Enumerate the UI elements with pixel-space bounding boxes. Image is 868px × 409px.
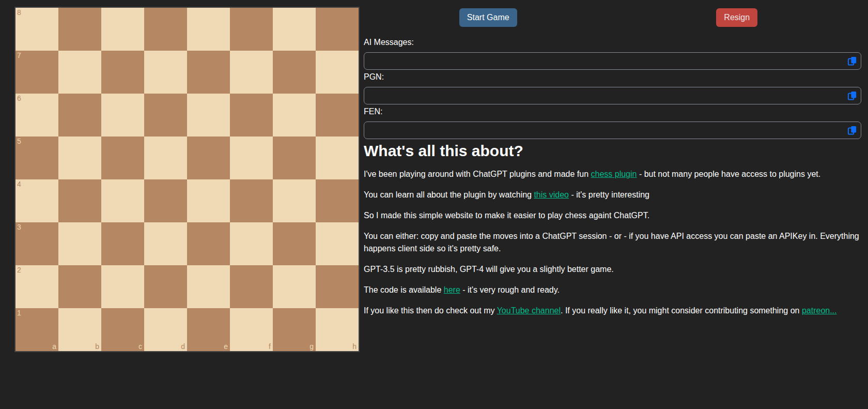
rank-label-7: 7 (17, 52, 21, 59)
square-d7[interactable] (144, 51, 187, 94)
square-e1[interactable]: e (187, 308, 230, 351)
square-c3[interactable] (101, 222, 144, 265)
start-game-button[interactable]: Start Game (459, 8, 517, 27)
here-link[interactable]: here (444, 285, 460, 294)
square-e8[interactable] (187, 8, 230, 51)
square-d5[interactable] (144, 137, 187, 179)
copy-icon (847, 129, 857, 137)
pgn-field (364, 87, 861, 104)
square-f2[interactable] (230, 265, 273, 308)
square-a7[interactable]: 7 (16, 51, 58, 94)
about-paragraph: I've been playing around with ChatGPT pl… (364, 168, 861, 180)
square-c1[interactable]: c (101, 308, 144, 351)
copy-pgn-button[interactable] (846, 90, 858, 102)
square-c2[interactable] (101, 265, 144, 308)
file-label-h: h (352, 343, 357, 350)
square-d3[interactable] (144, 222, 187, 265)
square-a4[interactable]: 4 (16, 179, 58, 222)
square-e7[interactable] (187, 51, 230, 94)
copy-ai-messages-button[interactable] (846, 55, 858, 67)
square-e5[interactable] (187, 137, 230, 179)
square-f3[interactable] (230, 222, 273, 265)
square-h6[interactable] (316, 94, 359, 137)
square-h3[interactable] (316, 222, 359, 265)
about-text: - but not many people have access to plu… (637, 170, 820, 178)
chess-plugin-link[interactable]: chess plugin (591, 170, 637, 178)
square-c6[interactable] (101, 94, 144, 137)
youtube-channel-link[interactable]: YouTube channel (497, 306, 561, 315)
rank-label-6: 6 (17, 95, 21, 102)
square-b5[interactable] (58, 137, 101, 179)
square-d1[interactable]: d (144, 308, 187, 351)
square-b3[interactable] (58, 222, 101, 265)
square-f6[interactable] (230, 94, 273, 137)
about-text: You can learn all about the plugin by wa… (364, 190, 534, 199)
square-d2[interactable] (144, 265, 187, 308)
file-label-c: c (138, 343, 142, 350)
square-h7[interactable] (316, 51, 359, 94)
square-d6[interactable] (144, 94, 187, 137)
square-a6[interactable]: 6 (16, 94, 58, 137)
square-f8[interactable] (230, 8, 273, 51)
square-h4[interactable] (316, 179, 359, 222)
this-video-link[interactable]: this video (534, 190, 569, 199)
square-b7[interactable] (58, 51, 101, 94)
about-text: If you like this then do check out my (364, 306, 497, 315)
resign-cell: Resign (613, 8, 862, 27)
rank-label-3: 3 (17, 223, 21, 231)
square-h2[interactable] (316, 265, 359, 308)
square-f5[interactable] (230, 137, 273, 179)
square-e4[interactable] (187, 179, 230, 222)
square-h1[interactable]: h (316, 308, 359, 351)
fen-field (364, 122, 861, 139)
square-g1[interactable]: g (273, 308, 316, 351)
square-a8[interactable]: 8 (16, 8, 58, 51)
square-b4[interactable] (58, 179, 101, 222)
button-row: Start Game Resign (364, 8, 861, 27)
square-e3[interactable] (187, 222, 230, 265)
square-g4[interactable] (273, 179, 316, 222)
square-a1[interactable]: 1a (16, 308, 58, 351)
square-h8[interactable] (316, 8, 359, 51)
square-f4[interactable] (230, 179, 273, 222)
copy-icon (847, 95, 857, 102)
pgn-label: PGN: (364, 72, 861, 82)
pgn-input[interactable] (364, 87, 861, 104)
app-root: 87654321abcdefgh Start Game Resign AI Me… (0, 0, 868, 409)
about-text: The code is available (364, 285, 444, 294)
ai-messages-input[interactable] (364, 52, 861, 70)
square-g5[interactable] (273, 137, 316, 179)
square-a5[interactable]: 5 (16, 137, 58, 179)
square-f1[interactable]: f (230, 308, 273, 351)
square-e6[interactable] (187, 94, 230, 137)
square-g2[interactable] (273, 265, 316, 308)
square-c8[interactable] (101, 8, 144, 51)
square-d8[interactable] (144, 8, 187, 51)
copy-fen-button[interactable] (846, 125, 858, 137)
square-b1[interactable]: b (58, 308, 101, 351)
square-f7[interactable] (230, 51, 273, 94)
square-a3[interactable]: 3 (16, 222, 58, 265)
square-c4[interactable] (101, 179, 144, 222)
square-b6[interactable] (58, 94, 101, 137)
about-heading: What's all this about? (364, 142, 861, 160)
about-text: I've been playing around with ChatGPT pl… (364, 170, 591, 178)
square-h5[interactable] (316, 137, 359, 179)
square-b2[interactable] (58, 265, 101, 308)
square-c7[interactable] (101, 51, 144, 94)
square-e2[interactable] (187, 265, 230, 308)
square-g3[interactable] (273, 222, 316, 265)
square-g7[interactable] (273, 51, 316, 94)
resign-button[interactable]: Resign (716, 8, 757, 27)
patreon-link[interactable]: patreon... (802, 306, 837, 315)
square-g6[interactable] (273, 94, 316, 137)
square-d4[interactable] (144, 179, 187, 222)
chess-board[interactable]: 87654321abcdefgh (14, 7, 360, 352)
about-paragraph: So I made this simple website to make it… (364, 209, 861, 222)
fen-input[interactable] (364, 122, 861, 139)
file-label-d: d (181, 343, 185, 350)
square-a2[interactable]: 2 (16, 265, 58, 308)
square-b8[interactable] (58, 8, 101, 51)
square-g8[interactable] (273, 8, 316, 51)
square-c5[interactable] (101, 137, 144, 179)
